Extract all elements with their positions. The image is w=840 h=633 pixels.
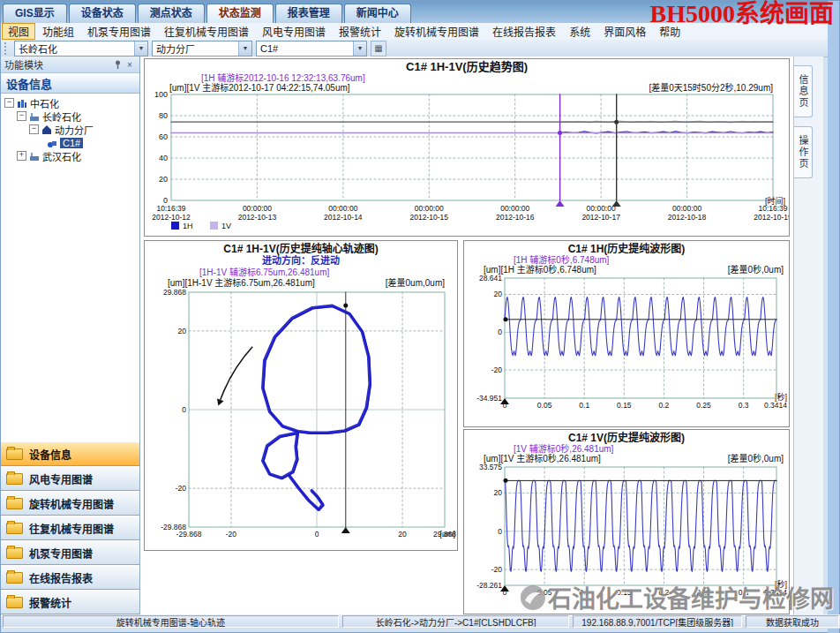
tab-report-management[interactable]: 报表管理: [275, 4, 342, 23]
tree-label[interactable]: 长岭石化: [42, 109, 81, 124]
svg-text:0: 0: [315, 530, 319, 539]
svg-text:-34.951: -34.951: [476, 394, 502, 403]
svg-text:[um]: [um]: [439, 530, 455, 539]
collapse-icon[interactable]: −: [4, 98, 14, 108]
sidebar-item-alarm-stats[interactable]: 报警统计: [1, 590, 139, 614]
svg-text:2012-10-19: 2012-10-19: [754, 213, 789, 222]
tab-news-center[interactable]: 新闻中心: [344, 4, 411, 23]
svg-text:0.05: 0.05: [537, 588, 552, 597]
svg-text:0.3414: 0.3414: [764, 588, 787, 597]
tab-gis[interactable]: GIS显示: [3, 4, 67, 23]
svg-text:2012-10-14: 2012-10-14: [324, 213, 363, 222]
svg-text:[1H-1V 辅游标6.75um,26.481um]: [1H-1V 辅游标6.75um,26.481um]: [199, 267, 330, 277]
factory-combo[interactable]: 长岭石化 ▼: [14, 41, 148, 57]
tree-node-wuhan[interactable]: + 武汉石化: [1, 149, 139, 162]
svg-text:2012-10-13: 2012-10-13: [238, 213, 277, 222]
corporation-icon: [17, 98, 27, 109]
sidebar-item-online-reports[interactable]: 在线报告报表: [1, 565, 139, 590]
menu-pump-charts[interactable]: 机泵专用图谱: [81, 23, 157, 40]
expand-icon[interactable]: +: [17, 151, 26, 161]
device-tree: − 中石化 − 长岭石化 − 动力分厂: [1, 94, 139, 444]
svg-text:0.2: 0.2: [659, 588, 670, 597]
tab-operation-page[interactable]: 操作页: [794, 126, 813, 178]
orbit-chart[interactable]: C1# 1H-1V(历史提纯轴心轨迹图)进动方向：反进动[1H-1V 辅游标6.…: [144, 240, 458, 551]
svg-text:33.575: 33.575: [479, 463, 502, 471]
folder-icon: [6, 498, 23, 509]
folder-icon: [6, 473, 23, 485]
svg-text:00:00:00: 00:00:00: [328, 204, 357, 213]
menu-ui-style[interactable]: 界面风格: [597, 23, 652, 40]
tab-point-status[interactable]: 测点状态: [138, 4, 205, 23]
menu-system[interactable]: 系统: [563, 23, 596, 40]
sidebar-item-device-info[interactable]: 设备信息: [1, 441, 139, 466]
sidebar-item-rotating-charts[interactable]: 旋转机械专用图谱: [1, 491, 139, 516]
status-server: 192.168.88.9,7001/TCP[集团级服务器]: [573, 615, 741, 628]
tree-label-selected[interactable]: C1#: [60, 138, 83, 148]
svg-text:[1H 辅游标0秒,6.748um]: [1H 辅游标0秒,6.748um]: [514, 254, 610, 265]
tree-node-power-plant[interactable]: − 动力分厂: [1, 123, 139, 136]
svg-text:10:16:39: 10:16:39: [156, 204, 185, 213]
sidebar-item-recip-charts[interactable]: 往复机械专用图谱: [1, 516, 139, 540]
svg-text:0.3: 0.3: [739, 588, 749, 597]
svg-text:20: 20: [494, 290, 503, 298]
chevron-down-icon[interactable]: ▼: [238, 41, 251, 56]
collapse-icon[interactable]: −: [17, 111, 26, 121]
chevron-down-icon[interactable]: ▼: [353, 41, 366, 56]
svg-text:60: 60: [159, 132, 168, 141]
sidebar-button-stack: 设备信息 风电专用图谱 旋转机械专用图谱 往复机械专用图谱 机泵专用图谱 在线报…: [1, 441, 139, 614]
svg-text:0.05: 0.05: [537, 401, 552, 410]
menu-alarm-stats[interactable]: 报警统计: [333, 23, 387, 40]
tab-info-page[interactable]: 信息页: [794, 65, 813, 117]
menu-view[interactable]: 视图: [2, 23, 35, 40]
svg-text:0.25: 0.25: [696, 401, 711, 410]
layout-grid-icon[interactable]: ▦: [371, 41, 386, 57]
menu-online-reports[interactable]: 在线报告报表: [486, 23, 562, 40]
svg-text:2012-10-15: 2012-10-15: [410, 213, 449, 222]
svg-text:0: 0: [182, 405, 186, 414]
folder-icon: [6, 448, 23, 460]
chevron-down-icon[interactable]: ▼: [134, 41, 147, 56]
tree-node-changling[interactable]: − 长岭石化: [1, 109, 139, 123]
panel-caption-label: 功能模块: [4, 57, 43, 72]
panel-caption: 功能模块 ×: [1, 57, 139, 73]
svg-text:2012-10-17: 2012-10-17: [581, 213, 620, 222]
machine-combo[interactable]: C1# ▼: [256, 41, 367, 57]
svg-text:00:00:00: 00:00:00: [243, 204, 272, 213]
tab-device-status[interactable]: 设备状态: [69, 4, 136, 23]
waveform-1h-chart[interactable]: C1# 1H(历史提纯波形图)[1H 辅游标0秒,6.748um][um][1H…: [463, 240, 790, 427]
svg-text:00:00:00: 00:00:00: [587, 204, 616, 213]
toolbar-grip: [4, 42, 11, 55]
svg-text:0.15: 0.15: [617, 588, 632, 597]
tree-label[interactable]: 动力分厂: [55, 123, 94, 137]
tab-condition-monitoring[interactable]: 状态监测: [206, 4, 274, 23]
svg-text:0.3: 0.3: [739, 401, 749, 410]
svg-text:0.1: 0.1: [579, 588, 589, 597]
waveform-1v-chart[interactable]: C1# 1V(历史提纯波形图)[1V 辅游标0秒,26.481um][um][1…: [463, 429, 790, 614]
svg-text:20: 20: [159, 175, 168, 184]
menu-wind-charts[interactable]: 风电专用图谱: [256, 23, 332, 40]
trend-chart[interactable]: C1# 1H-1V(历史趋势图)[1H 辅游标2012-10-16 12:32:…: [144, 58, 790, 237]
machine-icon: [47, 138, 57, 148]
folder-icon: [6, 523, 23, 534]
tree-label[interactable]: 武汉石化: [42, 149, 81, 163]
folder-icon: [6, 597, 23, 608]
tree-label[interactable]: 中石化: [30, 96, 59, 110]
factory-icon: [29, 151, 40, 162]
sidebar-item-wind-charts[interactable]: 风电专用图谱: [1, 466, 139, 491]
folder-icon: [6, 547, 23, 559]
sidebar-item-pump-charts[interactable]: 机泵专用图谱: [1, 540, 139, 565]
tree-node-sinopec[interactable]: − 中石化: [1, 96, 139, 109]
svg-text:2012-10-18: 2012-10-18: [668, 213, 707, 222]
close-icon[interactable]: ×: [124, 59, 136, 70]
collapse-icon[interactable]: −: [29, 124, 39, 134]
menu-rotating-charts[interactable]: 旋转机械专用图谱: [388, 23, 485, 40]
svg-text:00:00:00: 00:00:00: [415, 204, 444, 213]
device-info-title: 设备信息: [1, 73, 139, 94]
menu-function-group[interactable]: 功能组: [36, 23, 80, 40]
tree-node-c1[interactable]: C1#: [1, 136, 139, 149]
svg-text:20: 20: [178, 327, 187, 335]
plant-combo[interactable]: 动力分厂 ▼: [152, 41, 252, 57]
svg-text:20: 20: [398, 530, 407, 539]
pin-icon[interactable]: [111, 59, 124, 70]
menu-recip-charts[interactable]: 往复机械专用图谱: [158, 23, 255, 40]
